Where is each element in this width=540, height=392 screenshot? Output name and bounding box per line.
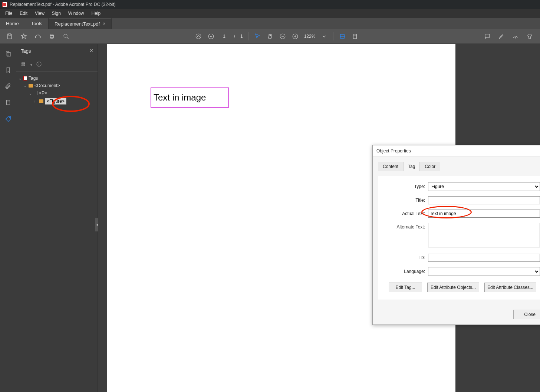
layers-icon[interactable] xyxy=(5,99,11,108)
figure-box[interactable]: Text in image xyxy=(151,88,229,108)
menubar: File Edit View Sign Window Help xyxy=(0,9,540,18)
tree-root[interactable]: ⌄ Tags xyxy=(19,75,95,82)
thumbnails-icon[interactable] xyxy=(5,50,11,59)
cloud-icon[interactable] xyxy=(34,33,42,40)
svg-rect-3 xyxy=(51,37,53,39)
svg-rect-16 xyxy=(7,52,10,56)
svg-rect-14 xyxy=(353,34,357,39)
zoom-value[interactable]: 122% xyxy=(304,34,316,39)
label-lang: Language: xyxy=(385,269,428,274)
dialog-tab-tag[interactable]: Tag xyxy=(403,162,420,171)
search-icon[interactable] xyxy=(62,33,70,40)
attachments-icon[interactable] xyxy=(5,83,11,91)
fit-width-icon[interactable] xyxy=(339,33,346,40)
nav-rail xyxy=(0,44,16,392)
edit-tag-button[interactable]: Edit Tag... xyxy=(389,283,422,292)
id-input[interactable] xyxy=(428,254,540,262)
page-up-icon[interactable] xyxy=(195,33,202,40)
label-id: ID: xyxy=(385,255,428,260)
hand-icon[interactable] xyxy=(266,33,274,40)
tab-home-label: Home xyxy=(6,21,19,26)
svg-point-19 xyxy=(9,117,10,118)
close-button[interactable]: Close xyxy=(513,310,540,319)
print-icon[interactable] xyxy=(48,33,56,40)
alt-text-input[interactable] xyxy=(428,223,540,247)
arrow-cursor-icon[interactable] xyxy=(254,33,261,40)
tab-document-label: ReplacementText.pdf xyxy=(55,21,100,27)
dialog-panel: Type: Figure Title: Actual Text: Alterna… xyxy=(378,176,540,300)
dialog-tab-content[interactable]: Content xyxy=(378,162,403,171)
menu-sign[interactable]: Sign xyxy=(49,10,64,17)
tags-options-icon[interactable] xyxy=(21,61,27,68)
document-view: Text in image Object Properties ✕ Conten… xyxy=(98,44,540,392)
toolbar: / 1 122% xyxy=(0,29,540,44)
app-icon xyxy=(2,2,7,7)
edit-attr-classes-button[interactable]: Edit Attribute Classes... xyxy=(484,283,536,292)
label-title: Title: xyxy=(385,198,428,203)
tree-document-label: <Document> xyxy=(34,83,60,88)
dialog-title: Object Properties xyxy=(376,148,411,154)
svg-point-4 xyxy=(64,34,67,37)
menu-edit[interactable]: Edit xyxy=(17,10,30,17)
svg-rect-15 xyxy=(6,51,9,55)
tree-p[interactable]: ⌄ <P> xyxy=(19,89,95,97)
tree-root-label: Tags xyxy=(29,76,38,81)
menu-file[interactable]: File xyxy=(2,10,15,17)
signature-icon[interactable] xyxy=(512,33,519,40)
close-button-label: Close xyxy=(524,312,536,317)
type-select[interactable]: Figure xyxy=(428,182,540,191)
page-sep: / xyxy=(234,34,235,39)
title-input[interactable] xyxy=(428,196,540,204)
page-down-icon[interactable] xyxy=(207,33,215,40)
menu-help[interactable]: Help xyxy=(89,10,104,17)
tags-info-icon[interactable] xyxy=(36,61,42,68)
tags-panel-close-icon[interactable]: × xyxy=(90,47,93,54)
svg-rect-0 xyxy=(9,34,11,35)
svg-rect-2 xyxy=(51,34,53,36)
zoom-out-icon[interactable] xyxy=(279,33,286,40)
highlight-icon[interactable] xyxy=(498,33,505,40)
tags-icon[interactable] xyxy=(5,116,11,124)
save-icon[interactable] xyxy=(6,33,13,40)
comment-icon[interactable] xyxy=(484,33,491,40)
window-title: ReplacementText.pdf - Adobe Acrobat Pro … xyxy=(10,2,115,7)
toolbar-divider-2 xyxy=(333,32,333,40)
tab-document[interactable]: ReplacementText.pdf × xyxy=(49,18,112,29)
tree-p-label: <P> xyxy=(39,90,47,96)
tree-document[interactable]: ⌄ <Document> xyxy=(19,82,95,89)
dialog-tab-content-label: Content xyxy=(383,164,398,169)
page-total: 1 xyxy=(240,34,243,39)
dialog-tab-color[interactable]: Color xyxy=(420,162,440,171)
fit-page-icon[interactable] xyxy=(351,33,359,40)
menu-view[interactable]: View xyxy=(32,10,47,17)
tab-tools[interactable]: Tools xyxy=(25,18,49,29)
edit-tag-label: Edit Tag... xyxy=(395,285,415,290)
tags-options-caret[interactable]: ▾ xyxy=(30,63,32,67)
edit-attr-objects-button[interactable]: Edit Attribute Objects... xyxy=(427,283,479,292)
zoom-in-icon[interactable] xyxy=(292,33,299,40)
actual-text-input[interactable] xyxy=(428,210,540,218)
bookmarks-icon[interactable] xyxy=(5,67,11,75)
object-properties-dialog: Object Properties ✕ Content Tag Color Ty… xyxy=(372,145,540,325)
page-number-input[interactable] xyxy=(220,34,229,39)
dialog-tab-tag-label: Tag xyxy=(408,164,415,169)
svg-rect-20 xyxy=(22,63,25,64)
label-actual: Actual Text: xyxy=(385,211,428,216)
star-icon[interactable] xyxy=(20,33,27,40)
annotation-circle-figure xyxy=(52,96,90,112)
menu-window[interactable]: Window xyxy=(65,10,87,17)
edit-attr-obj-label: Edit Attribute Objects... xyxy=(431,285,476,290)
figure-text: Text in image xyxy=(154,92,206,103)
tags-panel-title: Tags xyxy=(21,48,31,54)
stamp-icon[interactable] xyxy=(526,33,533,40)
toolbar-divider xyxy=(248,32,248,40)
label-alt: Alternate Text: xyxy=(385,223,428,230)
tab-document-close-icon[interactable]: × xyxy=(103,21,105,26)
tab-home[interactable]: Home xyxy=(0,18,25,29)
svg-rect-17 xyxy=(6,100,10,105)
language-select[interactable] xyxy=(428,267,540,276)
tab-tools-label: Tools xyxy=(31,21,42,26)
titlebar: ReplacementText.pdf - Adobe Acrobat Pro … xyxy=(0,0,540,9)
edit-attr-cls-label: Edit Attribute Classes... xyxy=(487,285,533,290)
chevron-down-icon[interactable] xyxy=(320,33,328,40)
